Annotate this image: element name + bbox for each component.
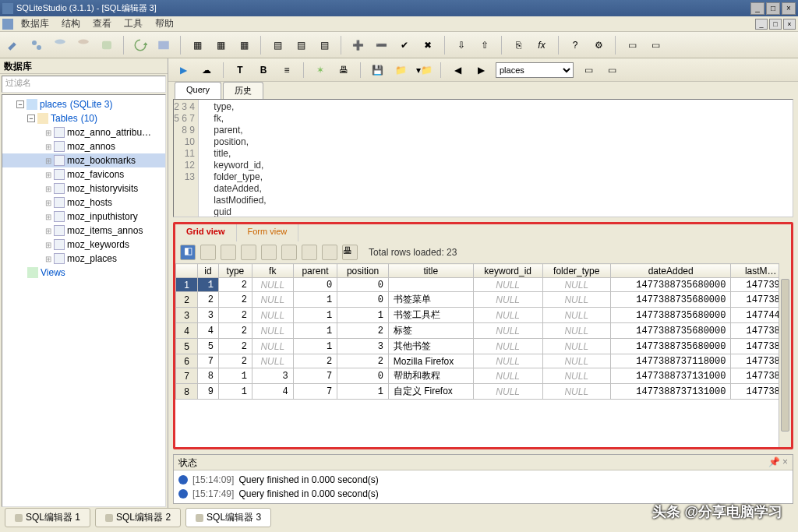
cell-title[interactable]: 书签工具栏	[388, 308, 473, 323]
cell-dateadded[interactable]: 1477388735680000	[610, 292, 731, 308]
row-number[interactable]: 4	[176, 323, 198, 339]
cell-dateadded[interactable]: 1477388737118000	[610, 354, 731, 368]
view2-icon[interactable]: ▭	[603, 62, 620, 79]
grid-del-icon[interactable]	[281, 245, 297, 260]
cell-folder[interactable]: NULL	[542, 368, 610, 384]
tree-table-node[interactable]: ⊞moz_bookmarks	[2, 153, 165, 167]
cell-keyword[interactable]: NULL	[473, 384, 542, 400]
history-prev-icon[interactable]: ◀	[449, 62, 466, 79]
run-query-icon[interactable]: ▶	[175, 62, 192, 79]
row-number[interactable]: 7	[176, 368, 198, 384]
folder-icon[interactable]: 📁	[392, 62, 409, 79]
cell-title[interactable]: 其他书签	[388, 339, 473, 354]
cell-folder[interactable]: NULL	[542, 292, 610, 308]
cell-type[interactable]: 2	[218, 354, 252, 368]
cell-id[interactable]: 2	[198, 292, 219, 308]
cell-folder[interactable]: NULL	[542, 354, 610, 368]
cell-position[interactable]: 2	[337, 354, 389, 368]
print-icon[interactable]: 🖶	[335, 62, 352, 79]
tab-form-view[interactable]: Form view	[237, 224, 299, 241]
cell-position[interactable]: 1	[337, 384, 389, 400]
mdi-minimize-button[interactable]: _	[755, 19, 768, 30]
bold-tool-icon[interactable]: B	[255, 62, 272, 79]
cell-type[interactable]: 2	[218, 323, 252, 339]
tree-table-node[interactable]: ⊞moz_annos	[2, 139, 165, 153]
col-fk[interactable]: fk	[252, 264, 293, 278]
cell-keyword[interactable]: NULL	[473, 278, 542, 292]
tool-cylinder-icon[interactable]	[97, 36, 116, 55]
col-folder_type[interactable]: folder_type	[542, 264, 610, 278]
history-next-icon[interactable]: ▶	[472, 62, 489, 79]
tool-page3-icon[interactable]: ▤	[315, 36, 334, 55]
grid-last-icon[interactable]	[241, 245, 256, 260]
tree-views-node[interactable]: Views	[2, 266, 165, 280]
tool-page2-icon[interactable]: ▤	[291, 36, 310, 55]
minimize-button[interactable]: _	[750, 2, 764, 15]
cell-position[interactable]: 2	[337, 323, 389, 339]
menu-view[interactable]: 查看	[88, 16, 116, 32]
cell-position[interactable]: 0	[337, 278, 389, 292]
tool-import-icon[interactable]: ⇩	[452, 36, 471, 55]
db-tree[interactable]: − places (SQLite 3) − Tables (10) ⊞moz_a…	[2, 94, 166, 507]
cell-keyword[interactable]: NULL	[473, 292, 542, 308]
tool-window-icon[interactable]: ▭	[623, 36, 641, 55]
row-number[interactable]: 3	[176, 308, 198, 323]
tool-connect-icon[interactable]	[27, 36, 46, 55]
grid-rollback-icon[interactable]	[322, 245, 337, 260]
cell-parent[interactable]: 0	[293, 278, 337, 292]
tool-table-edit-icon[interactable]: ▦	[211, 36, 230, 55]
grid-next-icon[interactable]	[221, 245, 236, 260]
tree-table-node[interactable]: ⊞moz_inputhistory	[2, 210, 165, 224]
cell-fk[interactable]: NULL	[252, 308, 293, 323]
sidebar-search[interactable]: 过滤名	[2, 76, 166, 93]
cell-dateadded[interactable]: 1477388737131000	[610, 368, 731, 384]
cell-title[interactable]	[388, 278, 473, 292]
cell-type[interactable]: 2	[218, 308, 252, 323]
cell-dateadded[interactable]: 1477388735680000	[610, 308, 731, 323]
tool-del-row-icon[interactable]: ➖	[372, 36, 390, 55]
cell-dateadded[interactable]: 1477388735680000	[610, 339, 731, 354]
cell-title[interactable]: 帮助和教程	[388, 368, 473, 384]
result-grid[interactable]: idtypefkparentpositiontitlekeyword_idfol…	[175, 263, 791, 400]
tree-table-node[interactable]: ⊞moz_favicons	[2, 167, 165, 181]
cell-dateadded[interactable]: 1477388735680000	[610, 323, 731, 339]
cell-keyword[interactable]: NULL	[473, 368, 542, 384]
row-number[interactable]: 2	[176, 292, 198, 308]
col-dateAdded[interactable]: dateAdded	[610, 264, 731, 278]
tool-sql-icon[interactable]	[154, 36, 173, 55]
cell-position[interactable]: 1	[337, 308, 389, 323]
cell-fk[interactable]: NULL	[252, 278, 293, 292]
cell-dateadded[interactable]: 1477388735680000	[610, 278, 731, 292]
tool-rollback-icon[interactable]: ✖	[418, 36, 437, 55]
col-keyword_id[interactable]: keyword_id	[473, 264, 542, 278]
cell-folder[interactable]: NULL	[542, 308, 610, 323]
cell-title[interactable]: Mozilla Firefox	[388, 354, 473, 368]
cell-folder[interactable]: NULL	[542, 323, 610, 339]
tool-gear-icon[interactable]: ⚙	[589, 36, 608, 55]
mdi-restore-button[interactable]: □	[769, 19, 782, 30]
cell-keyword[interactable]: NULL	[473, 323, 542, 339]
cell-parent[interactable]: 1	[293, 292, 337, 308]
cell-parent[interactable]: 2	[293, 354, 337, 368]
col-title[interactable]: title	[388, 264, 473, 278]
view1-icon[interactable]: ▭	[580, 62, 597, 79]
new-icon[interactable]: ▾📁	[415, 62, 433, 79]
close-button[interactable]: ×	[782, 2, 796, 15]
tree-table-node[interactable]: ⊞moz_historyvisits	[2, 181, 165, 196]
mdi-close-button[interactable]: ×	[783, 19, 796, 30]
cell-fk[interactable]: NULL	[252, 354, 293, 368]
cell-fk[interactable]: 3	[252, 368, 293, 384]
tool-table-icon[interactable]: ▦	[188, 36, 207, 55]
tool-page-icon[interactable]: ▤	[268, 36, 287, 55]
text-tool-icon[interactable]: T	[231, 62, 249, 79]
tool-refresh-icon[interactable]	[131, 36, 150, 55]
cell-id[interactable]: 9	[198, 384, 219, 400]
sql-code[interactable]: type, fk, parent, position, title, keywo…	[199, 100, 793, 217]
tree-table-node[interactable]: ⊞moz_anno_attribu…	[2, 125, 165, 139]
tool-export-icon[interactable]: ⇧	[475, 36, 494, 55]
tool-commit-icon[interactable]: ✔	[395, 36, 414, 55]
cell-id[interactable]: 3	[198, 308, 219, 323]
menu-structure[interactable]: 结构	[57, 16, 85, 32]
cell-folder[interactable]: NULL	[542, 384, 610, 400]
tool-fx-icon[interactable]: fx	[532, 36, 551, 55]
